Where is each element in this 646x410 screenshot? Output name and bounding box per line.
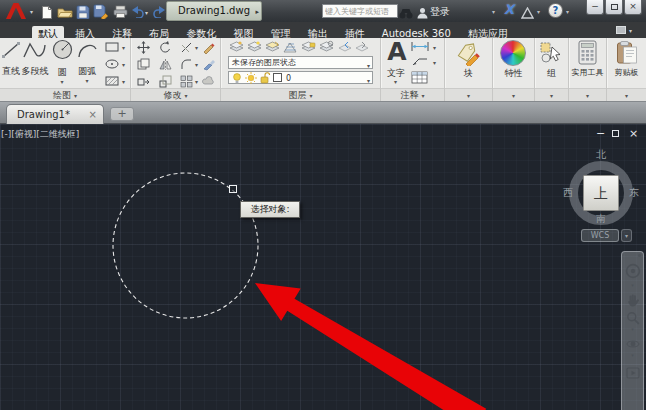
copy-tool-button[interactable]: [136, 57, 151, 71]
panel-draw-title[interactable]: 绘图 ▾: [0, 88, 130, 101]
group-button[interactable]: [539, 41, 564, 68]
pan-button[interactable]: [626, 292, 639, 311]
drawing-canvas[interactable]: [-][俯视][二维线框] − × 选择对象: 北 西 东 南 上 WCS ▾ …: [0, 124, 646, 410]
leader-tool-button[interactable]: [409, 55, 430, 68]
window-minimize-button[interactable]: −: [586, 0, 604, 15]
layer-lock-button[interactable]: [300, 40, 317, 53]
arc-tool-button[interactable]: 圆弧 ▾: [75, 40, 99, 84]
undo-caret-icon[interactable]: ▾: [145, 9, 148, 16]
wheel-caret-icon[interactable]: ▾: [631, 282, 634, 288]
circle-tool-button[interactable]: 圆 ▾: [50, 38, 74, 85]
save-as-button[interactable]: [92, 3, 109, 20]
wcs-caret-button[interactable]: ▾: [621, 229, 632, 242]
undo-button[interactable]: [129, 3, 146, 20]
doc-restore-button[interactable]: [612, 128, 619, 139]
new-drawing-tab-button[interactable]: +: [110, 107, 134, 121]
leader-caret-icon[interactable]: ▾: [433, 59, 436, 66]
rotate-tool-button[interactable]: [158, 40, 173, 54]
fillet-tool-button[interactable]: [179, 57, 194, 71]
fillet-caret-icon[interactable]: ▾: [195, 61, 198, 68]
ellipse-caret-icon[interactable]: ▾: [122, 61, 125, 68]
layer-isolate-button[interactable]: [264, 40, 281, 53]
stretch-tool-button[interactable]: [136, 74, 151, 88]
communication-center-button[interactable]: [521, 4, 534, 23]
mirror-tool-button[interactable]: [158, 57, 173, 71]
layer-dropdown[interactable]: 0 ▾: [228, 71, 373, 84]
showmotion-button[interactable]: [626, 364, 640, 383]
color-wheel-icon[interactable]: [500, 40, 526, 66]
file-tab-drawing1[interactable]: Drawing1* ×: [6, 104, 104, 124]
viewport-controls[interactable]: [-][俯视][二维线框]: [1, 128, 79, 141]
array-tool-button[interactable]: [179, 74, 194, 88]
wcs-button[interactable]: WCS: [581, 229, 619, 242]
selected-circle[interactable]: [113, 173, 258, 318]
quick-calc-button[interactable]: [578, 40, 597, 69]
trim-caret-icon[interactable]: ▾: [195, 44, 198, 51]
steering-wheel-button[interactable]: [625, 263, 641, 283]
window-restore-button[interactable]: [605, 0, 623, 15]
search-input[interactable]: [322, 4, 398, 18]
line-tool-button[interactable]: 直线: [0, 40, 22, 78]
rectangle-tool-button[interactable]: [103, 40, 120, 53]
layer-off-button[interactable]: [246, 40, 263, 53]
app-menu-caret-icon[interactable]: ▾: [30, 8, 33, 15]
comm-caret-icon[interactable]: ▾: [537, 8, 540, 15]
signin-caret-icon[interactable]: ▾: [492, 8, 495, 15]
text-caret-icon[interactable]: ▾: [394, 78, 397, 85]
arc-flyout-caret-icon[interactable]: ▾: [75, 78, 99, 84]
panel-layers-title[interactable]: 图层 ▾: [221, 88, 380, 101]
save-button[interactable]: [74, 3, 91, 20]
layer-properties-button[interactable]: [228, 40, 245, 53]
open-file-button[interactable]: [56, 3, 73, 20]
polyline-tool-button[interactable]: 多段线: [21, 40, 49, 78]
panel-properties-title[interactable]: ▾: [493, 88, 534, 101]
dimension-tool-button[interactable]: [409, 40, 430, 53]
title-flyout-icon[interactable]: ▸: [255, 8, 259, 16]
plot-button[interactable]: [112, 3, 129, 20]
layer-match-button[interactable]: [318, 40, 335, 53]
ellipse-tool-button[interactable]: [103, 57, 120, 70]
panel-modify-title[interactable]: 修改 ▾: [131, 88, 220, 101]
circle-flyout-caret-icon[interactable]: ▾: [50, 79, 74, 85]
help-button[interactable]: ?: [548, 3, 563, 18]
zoom-caret-icon[interactable]: ▾: [631, 326, 634, 332]
layer-state-dropdown[interactable]: 未保存的图层状态 ▾: [228, 56, 373, 69]
panel-block-title[interactable]: ▾: [445, 88, 492, 101]
search-button[interactable]: [399, 4, 413, 23]
scale-tool-button[interactable]: [158, 74, 173, 88]
viewcube-top-face[interactable]: 上: [583, 175, 619, 211]
application-menu-button[interactable]: [2, 1, 30, 21]
ribbon-collapse-button[interactable]: ▾: [616, 26, 636, 35]
sign-in-label[interactable]: 登录: [430, 5, 450, 19]
help-caret-icon[interactable]: ▾: [566, 8, 569, 15]
orbit-caret-icon[interactable]: ▾: [631, 352, 634, 358]
revision-cloud-tool-button[interactable]: [201, 74, 216, 88]
exchange-apps-button[interactable]: X: [504, 2, 514, 17]
hatch-caret-icon[interactable]: ▾: [122, 78, 125, 85]
viewcube-north[interactable]: 北: [596, 148, 606, 162]
new-file-button[interactable]: [38, 3, 55, 20]
explode-tool-button[interactable]: [201, 57, 216, 71]
hatch-tool-button[interactable]: [103, 74, 120, 87]
layer-state-button[interactable]: [353, 40, 370, 53]
window-close-button[interactable]: ×: [624, 0, 642, 15]
doc-minimize-button[interactable]: −: [596, 128, 605, 139]
sign-in-button[interactable]: [417, 4, 428, 23]
erase-tool-button[interactable]: [201, 40, 216, 54]
doc-close-button[interactable]: ×: [629, 128, 638, 139]
panel-utilities-title[interactable]: ▾: [569, 88, 606, 101]
panel-annotation-title[interactable]: 注释 ▾: [381, 88, 444, 101]
layer-freeze-button[interactable]: [282, 40, 299, 53]
trim-tool-button[interactable]: [179, 40, 194, 54]
panel-clipboard-title[interactable]: ▾: [607, 88, 646, 101]
panel-group-title[interactable]: ▾: [535, 88, 568, 101]
array-caret-icon[interactable]: ▾: [195, 78, 198, 85]
file-tab-close-icon[interactable]: ×: [89, 105, 97, 124]
redo-button[interactable]: [150, 3, 167, 20]
insert-block-button[interactable]: [455, 41, 482, 70]
move-tool-button[interactable]: [136, 40, 151, 54]
navbar-options-icon[interactable]: [638, 254, 641, 257]
text-tool-button[interactable]: A: [385, 39, 409, 64]
paste-button[interactable]: [616, 40, 638, 69]
rectangle-caret-icon[interactable]: ▾: [122, 44, 125, 51]
